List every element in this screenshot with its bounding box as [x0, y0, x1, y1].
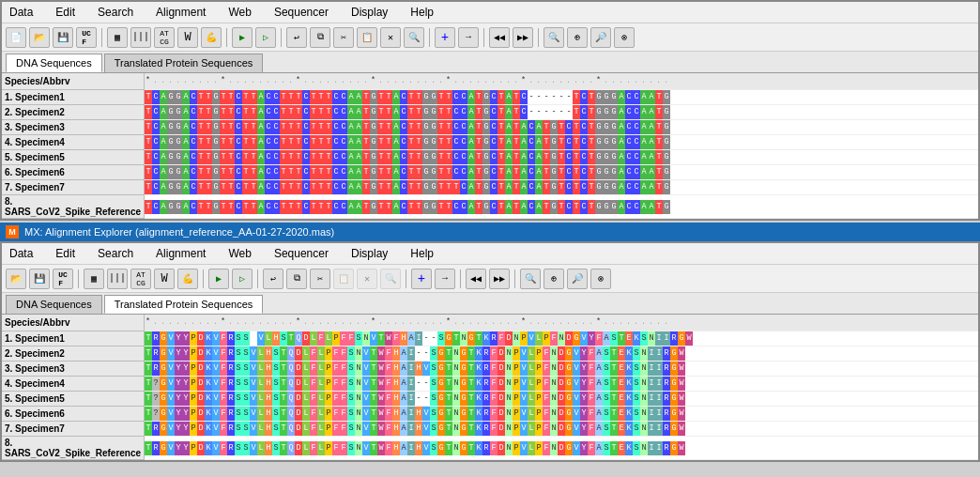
- delete-btn-2[interactable]: ✕: [357, 269, 377, 289]
- w-btn-1[interactable]: W: [177, 27, 198, 48]
- sep12: [514, 269, 515, 288]
- zoom-fit-1[interactable]: ⊕: [567, 27, 588, 48]
- open-btn-1[interactable]: 📂: [29, 27, 50, 48]
- dna-row: 1. Specimen1TCAGGACTTGTTCTTACCTTTCTTTCCA…: [2, 90, 978, 105]
- menu-alignment-1[interactable]: Alignment: [152, 4, 209, 21]
- prev-btn-2[interactable]: ◀◀: [466, 269, 486, 289]
- dna-sequence: TCAGGACTTGTTCTTACCTTTCTTTCCAATGTTACTTGGT…: [145, 180, 978, 195]
- bar-btn-1[interactable]: |||: [130, 27, 151, 48]
- cut-btn-1[interactable]: ✂: [333, 27, 354, 48]
- protein-species-name: 2. Specimen2: [2, 346, 145, 362]
- zoom-fit-2[interactable]: ⊕: [544, 269, 564, 289]
- species-header: Species/Abbrv: [2, 73, 145, 90]
- plus-btn-2[interactable]: +: [411, 269, 432, 289]
- zoom-sel-1[interactable]: ⊗: [614, 27, 635, 48]
- atcg-btn-1[interactable]: ATCG: [154, 27, 175, 48]
- menu-edit-1[interactable]: Edit: [52, 4, 79, 21]
- toolbar-1: 📄 📂 💾 UCF ▦ ||| ATCG W 💪 ▶ ▷ ↩ ⧉ ✂ 📋 ✕ 🔍…: [2, 23, 978, 52]
- copy-btn-2[interactable]: ⧉: [286, 269, 307, 289]
- arrow-btn-1[interactable]: →: [458, 27, 479, 48]
- next-btn-2[interactable]: ▶▶: [489, 269, 510, 289]
- protein-species-name: 7. Specimen7: [2, 422, 145, 437]
- sep8: [203, 269, 204, 288]
- tabs-1: DNA Sequences Translated Protein Sequenc…: [2, 52, 978, 73]
- protein-sequence: TRGVYYPDKVFRSSVLHSTQDLFLPFFSNVTWFHAIHVSG…: [145, 422, 978, 437]
- prev-btn-1[interactable]: ◀◀: [489, 27, 510, 48]
- tab-dna-2[interactable]: DNA Sequences: [6, 295, 102, 314]
- play2-btn-1[interactable]: ▷: [255, 27, 276, 48]
- copy-btn-1[interactable]: ⧉: [310, 27, 330, 48]
- mx-icon: M: [6, 225, 19, 238]
- delete-btn-1[interactable]: ✕: [380, 27, 401, 48]
- sep5: [483, 28, 484, 47]
- dna-species-name: 2. Specimen2: [2, 105, 145, 120]
- dna-row: 7. Specimen7TCAGGACTTGTTCTTACCTTTCTTTCCA…: [2, 180, 978, 195]
- play-btn-1[interactable]: ▶: [232, 27, 253, 48]
- atcg-btn-2[interactable]: ATCG: [130, 269, 151, 289]
- zoom-in-2[interactable]: 🔍: [520, 269, 541, 289]
- bar-btn-2[interactable]: |||: [107, 269, 128, 289]
- menu-web-2[interactable]: Web: [224, 245, 254, 262]
- protein-species-name: 1. Specimen1: [2, 331, 145, 346]
- menu-web-1[interactable]: Web: [224, 4, 254, 21]
- protein-seq-table: Species/Abbrv *.........*.........*.....…: [2, 315, 978, 460]
- menu-search-1[interactable]: Search: [94, 4, 137, 21]
- grid-btn-1[interactable]: ▦: [107, 27, 128, 48]
- zoom-out-2[interactable]: 🔎: [567, 269, 588, 289]
- uc-btn-1[interactable]: UCF: [76, 27, 97, 48]
- muscle-btn-2[interactable]: 💪: [177, 269, 198, 289]
- plus-btn-1[interactable]: +: [435, 27, 455, 48]
- cut-btn-2[interactable]: ✂: [310, 269, 330, 289]
- tab-protein-1[interactable]: Translated Protein Sequences: [104, 54, 264, 72]
- menu-search-2[interactable]: Search: [94, 245, 137, 262]
- tab-dna-1[interactable]: DNA Sequences: [6, 54, 102, 72]
- dna-species-name: 7. Specimen7: [2, 180, 145, 195]
- protein-window: Data Edit Search Alignment Web Sequencer…: [0, 241, 980, 462]
- menu-alignment-2[interactable]: Alignment: [152, 245, 209, 262]
- dna-species-name: 4. Specimen4: [2, 135, 145, 150]
- next-btn-1[interactable]: ▶▶: [513, 27, 533, 48]
- new-btn-1[interactable]: 📄: [6, 27, 26, 48]
- uc-btn-2[interactable]: UCF: [53, 269, 73, 289]
- dna-row: 8. SARS_CoV2_Spike_ReferenceTCAGGACTTGTT…: [2, 195, 978, 219]
- save-btn-2[interactable]: 💾: [29, 269, 50, 289]
- menu-data-2[interactable]: Data: [6, 245, 37, 262]
- paste-btn-2[interactable]: 📋: [333, 269, 354, 289]
- find-btn-1[interactable]: 🔍: [404, 27, 424, 48]
- menu-data-1[interactable]: Data: [6, 4, 37, 21]
- open-btn-2[interactable]: 📂: [6, 269, 26, 289]
- grid-btn-2[interactable]: ▦: [84, 269, 104, 289]
- zoom-sel-2[interactable]: ⊗: [590, 269, 611, 289]
- menu-help-2[interactable]: Help: [406, 245, 437, 262]
- app-container: Data Edit Search Alignment Web Sequencer…: [0, 0, 980, 462]
- dna-species-name: 5. Specimen5: [2, 150, 145, 165]
- dna-seq-table: Species/Abbrv *.........*.........*.....…: [2, 73, 978, 219]
- protein-species-name: 3. Specimen3: [2, 362, 145, 377]
- zoom-in-1[interactable]: 🔍: [544, 27, 564, 48]
- play-btn-2[interactable]: ▶: [208, 269, 229, 289]
- menu-sequencer-2[interactable]: Sequencer: [270, 245, 332, 262]
- paste-btn-1[interactable]: 📋: [357, 27, 377, 48]
- save-btn-1[interactable]: 💾: [53, 27, 73, 48]
- dna-sequence: TCAGGACTTGTTCTTACCTTTCTTTCCAATGTTACTTGGT…: [145, 90, 978, 105]
- back-btn-2[interactable]: ↩: [263, 269, 283, 289]
- dna-header-dots: *.........*.........*.........*.........…: [145, 73, 978, 90]
- muscle-btn-1[interactable]: 💪: [201, 27, 222, 48]
- w-btn-2[interactable]: W: [154, 269, 175, 289]
- sep11: [460, 269, 461, 288]
- back-btn-1[interactable]: ↩: [286, 27, 307, 48]
- play2-btn-2[interactable]: ▷: [232, 269, 253, 289]
- dna-sequence: TCAGGACTTGTTCTTACCTTTCTTTCCAATGTTACTTGGT…: [145, 135, 978, 150]
- protein-row: 3. Specimen3TRGVYYPDKVFRSSVLHSTQDLFLPFFS…: [2, 362, 978, 377]
- arrow-btn-2[interactable]: →: [435, 269, 455, 289]
- menu-help-1[interactable]: Help: [406, 4, 437, 21]
- menu-bar-1: Data Edit Search Alignment Web Sequencer…: [2, 2, 978, 23]
- menu-sequencer-1[interactable]: Sequencer: [270, 4, 332, 21]
- zoom-out-1[interactable]: 🔎: [590, 27, 611, 48]
- tab-protein-2[interactable]: Translated Protein Sequences: [104, 295, 264, 314]
- find-btn-2[interactable]: 🔍: [380, 269, 401, 289]
- protein-sequence: TRGVYYPDKVFRSSVLHSTQDLFLPFFSNVTWFHAI--SG…: [145, 346, 978, 362]
- menu-edit-2[interactable]: Edit: [52, 245, 79, 262]
- menu-display-1[interactable]: Display: [347, 4, 391, 21]
- menu-display-2[interactable]: Display: [347, 245, 391, 262]
